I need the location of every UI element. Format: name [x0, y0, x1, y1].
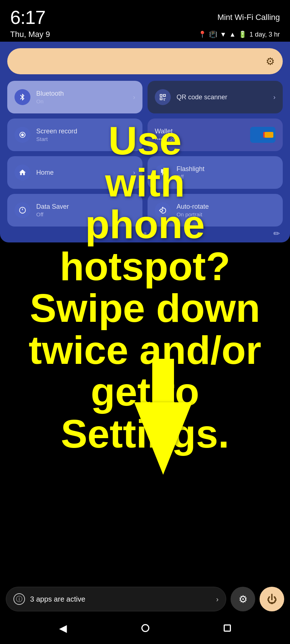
signal-icon: ▲ [229, 31, 236, 38]
quick-settings-grid: Bluetooth On › QR code scanner › [7, 81, 283, 227]
page-dot-3 [149, 232, 152, 235]
wallet-card-icon [250, 127, 276, 143]
apps-active-pill[interactable]: ⓘ 3 apps are active › [6, 587, 226, 611]
bluetooth-tile[interactable]: Bluetooth On › [7, 81, 142, 113]
screen-record-label: Screen record [36, 128, 135, 135]
quick-settings-panel: ⚙ Bluetooth On › QR code s [0, 42, 290, 242]
data-saver-tile[interactable]: Data Saver Off [7, 194, 142, 227]
status-date: Thu, May 9 [10, 30, 50, 39]
recent-square-icon [224, 624, 231, 632]
overlay-line4: hotspot? [60, 244, 230, 288]
qr-tile[interactable]: QR code scanner › [148, 81, 283, 113]
apps-active-arrow-icon: › [216, 595, 219, 603]
data-saver-tile-text: Data Saver Off [36, 203, 135, 217]
qr-arrow-icon: › [273, 94, 276, 101]
flashlight-sublabel: Off [177, 174, 276, 180]
arrow-stem [152, 359, 174, 402]
screen-record-sublabel: Start [36, 136, 135, 142]
flashlight-tile-text: Flashlight Off [177, 165, 276, 180]
bluetooth-arrow-icon: › [133, 94, 135, 101]
battery-icon: 🔋 [239, 30, 246, 38]
recent-button[interactable] [224, 624, 231, 632]
wallet-label: Wallet [155, 128, 244, 135]
wallet-tile-text: Wallet •••• 8126 [155, 128, 244, 142]
arrow-head [134, 402, 192, 475]
auto-rotate-icon [155, 202, 171, 218]
auto-rotate-label: Auto-rotate [177, 203, 276, 211]
bluetooth-sublabel: On [36, 98, 127, 104]
qr-icon [155, 89, 171, 105]
wifi-icon: ▼ [220, 31, 227, 38]
page-dot-2 [144, 232, 146, 235]
data-saver-sublabel: Off [36, 211, 135, 217]
screen-record-tile[interactable]: Screen record Start [7, 119, 142, 151]
home-icon [14, 165, 30, 180]
power-icon: ⏻ [267, 593, 277, 605]
screen-record-tile-text: Screen record Start [36, 128, 135, 142]
bottom-action-bar: ⓘ 3 apps are active › ⚙ ⏻ [0, 587, 290, 611]
home-arrow-icon: › [133, 169, 135, 176]
bottom-settings-button[interactable]: ⚙ [231, 587, 255, 611]
home-tile-text: Home [36, 169, 127, 176]
settings-gear-icon: ⚙ [239, 593, 248, 605]
back-icon: ◀ [59, 622, 67, 634]
nav-bar: ◀ [0, 612, 290, 644]
apps-active-text: 3 apps are active [30, 595, 211, 603]
status-icons: 📍 📳 ▼ ▲ 🔋 1 day, 3 hr [198, 30, 280, 38]
wallet-tile[interactable]: Wallet •••• 8126 [148, 119, 283, 151]
auto-rotate-sublabel: On portrait [177, 211, 276, 217]
wallet-sublabel: •••• 8126 [155, 136, 244, 142]
back-button[interactable]: ◀ [59, 622, 67, 634]
panel-footer: ✏ [7, 232, 283, 235]
info-icon: ⓘ [13, 593, 25, 605]
edit-icon[interactable]: ✏ [273, 229, 280, 238]
vibrate-icon: 📳 [209, 30, 217, 38]
screen-record-icon [14, 127, 30, 143]
home-circle-icon [141, 624, 149, 632]
brightness-bar[interactable]: ⚙ [7, 48, 283, 74]
auto-rotate-tile[interactable]: Auto-rotate On portrait [148, 194, 283, 227]
flashlight-tile[interactable]: Flashlight Off [148, 156, 283, 189]
qr-label: QR code scanner [177, 94, 268, 101]
arrow-down-indicator [134, 431, 192, 475]
page-dot-1 [138, 232, 141, 235]
svg-point-1 [21, 133, 24, 136]
flashlight-label: Flashlight [177, 165, 276, 173]
data-saver-label: Data Saver [36, 203, 135, 211]
home-tile[interactable]: Home › [7, 156, 142, 189]
bottom-power-button[interactable]: ⏻ [260, 587, 284, 611]
bluetooth-label: Bluetooth [36, 90, 127, 97]
overlay-line5: Swipe down [30, 286, 260, 330]
battery-text: 1 day, 3 hr [249, 31, 280, 38]
overlay-line6: twice and/or [29, 328, 261, 372]
status-carrier: Mint Wi-Fi Calling [218, 13, 280, 22]
bluetooth-tile-text: Bluetooth On [36, 90, 127, 104]
bluetooth-icon [14, 89, 30, 105]
auto-rotate-tile-text: Auto-rotate On portrait [177, 203, 276, 217]
location-icon: 📍 [198, 30, 206, 38]
home-button[interactable] [141, 624, 149, 632]
overlay-line7: get to Settings. [61, 369, 229, 456]
flashlight-icon [155, 165, 171, 180]
data-saver-icon [14, 202, 30, 218]
status-bar: 6:17 Mint Wi-Fi Calling Thu, May 9 📍 📳 ▼… [0, 0, 290, 40]
status-time: 6:17 [10, 7, 45, 28]
qr-tile-text: QR code scanner [177, 94, 268, 101]
brightness-gear-icon[interactable]: ⚙ [266, 55, 275, 67]
home-label: Home [36, 169, 127, 176]
